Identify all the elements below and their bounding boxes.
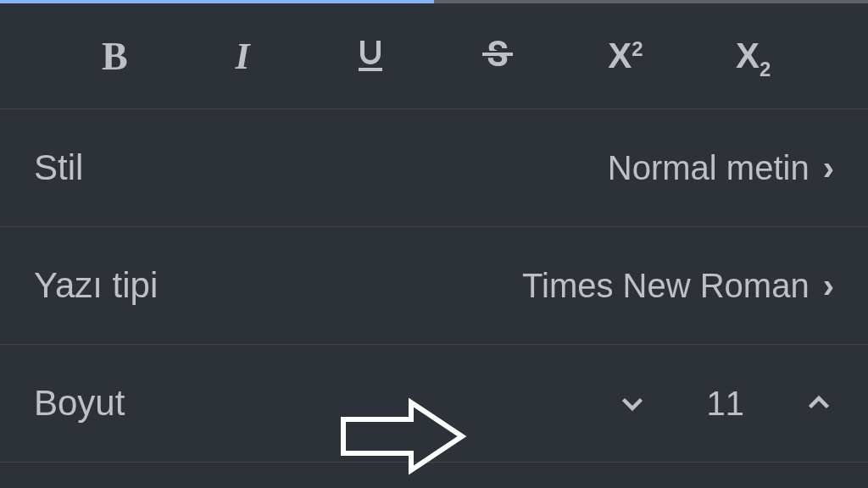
- italic-button[interactable]: I: [217, 30, 268, 81]
- font-value: Times New Roman: [522, 267, 810, 305]
- underline-button[interactable]: [345, 30, 396, 81]
- style-row[interactable]: Stil Normal metin ›: [0, 109, 868, 227]
- chevron-down-icon: [617, 388, 648, 419]
- size-decrease-button[interactable]: [617, 388, 648, 419]
- progress-bar: [0, 0, 868, 3]
- font-row[interactable]: Yazı tipi Times New Roman ›: [0, 227, 868, 345]
- size-increase-button[interactable]: [804, 388, 834, 419]
- font-value-container: Times New Roman ›: [522, 267, 834, 305]
- subscript-icon: X2: [736, 36, 771, 76]
- font-label: Yazı tipi: [34, 265, 158, 306]
- strikethrough-icon: [477, 36, 518, 76]
- size-row: Boyut 11: [0, 345, 868, 463]
- underline-icon: [350, 36, 391, 76]
- bold-button[interactable]: B: [89, 30, 140, 81]
- bold-icon: B: [102, 34, 128, 79]
- format-toolbar: B I X2 X2: [0, 3, 868, 109]
- style-value-container: Normal metin ›: [608, 149, 834, 187]
- size-value: 11: [707, 385, 745, 423]
- italic-icon: I: [235, 35, 249, 78]
- superscript-icon: X2: [608, 36, 643, 76]
- strikethrough-button[interactable]: [472, 30, 523, 81]
- size-controls: 11: [617, 385, 835, 423]
- chevron-right-icon: ›: [823, 267, 834, 305]
- superscript-button[interactable]: X2: [600, 30, 651, 81]
- subscript-button[interactable]: X2: [728, 30, 779, 81]
- text-settings: Stil Normal metin › Yazı tipi Times New …: [0, 109, 868, 463]
- chevron-up-icon: [804, 388, 834, 419]
- chevron-right-icon: ›: [823, 149, 834, 187]
- style-value: Normal metin: [608, 149, 810, 187]
- size-label: Boyut: [34, 383, 125, 424]
- style-label: Stil: [34, 147, 83, 188]
- progress-fill: [0, 0, 434, 3]
